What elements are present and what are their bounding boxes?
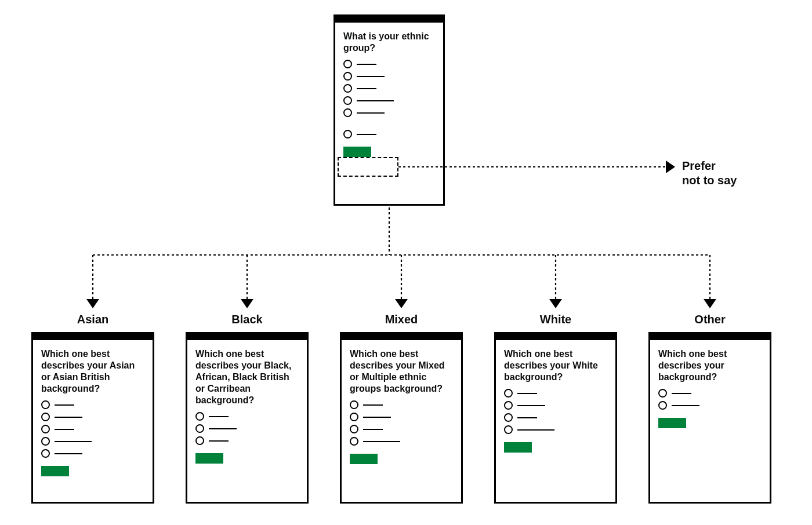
connector-lines [0, 0, 812, 525]
svg-marker-11 [549, 299, 562, 308]
svg-marker-9 [241, 299, 253, 308]
diagram-canvas: What is your ethnic group? Prefernot to … [0, 0, 812, 525]
svg-marker-13 [666, 161, 675, 173]
svg-marker-8 [86, 299, 99, 308]
svg-marker-12 [704, 299, 716, 308]
svg-marker-10 [395, 299, 408, 308]
